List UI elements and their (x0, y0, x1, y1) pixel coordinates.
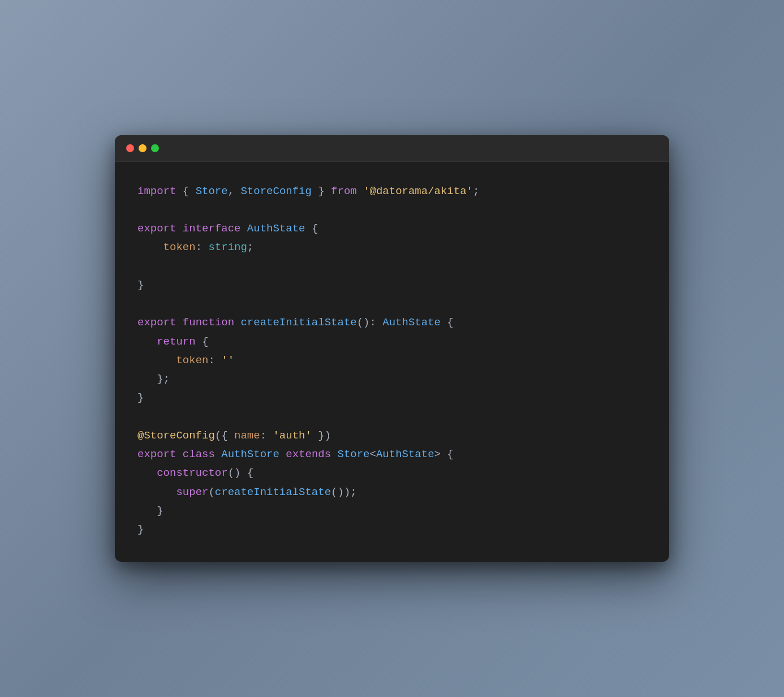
blank-line-7 (137, 295, 647, 313)
code-line-10: token: '' (137, 351, 647, 370)
code-line-16: constructor() { (137, 464, 647, 483)
code-content: import { Store, StoreConfig } from '@dat… (115, 162, 669, 562)
blank-line-2 (137, 201, 647, 220)
code-line-8: export function createInitialState(): Au… (137, 313, 647, 332)
code-line-4: token: string; (137, 238, 647, 257)
titlebar (115, 135, 669, 162)
code-line-18: } (137, 502, 647, 520)
code-line-1: import { Store, StoreConfig } from '@dat… (137, 182, 647, 201)
code-editor-window: import { Store, StoreConfig } from '@dat… (115, 135, 669, 562)
code-line-14: @StoreConfig({ name: 'auth' }) (137, 427, 647, 445)
code-line-15: export class AuthStore extends Store<Aut… (137, 445, 647, 464)
code-line-9: return { (137, 333, 647, 351)
code-line-3: export interface AuthState { (137, 220, 647, 238)
code-line-6: } (137, 276, 647, 295)
code-line-12: } (137, 389, 647, 407)
blank-line-5 (137, 257, 647, 276)
code-line-11: }; (137, 370, 647, 389)
code-line-19: } (137, 520, 647, 539)
code-line-17: super(createInitialState()); (137, 483, 647, 502)
close-button[interactable] (126, 144, 134, 152)
blank-line-13 (137, 408, 647, 427)
maximize-button[interactable] (151, 144, 159, 152)
minimize-button[interactable] (139, 144, 147, 152)
